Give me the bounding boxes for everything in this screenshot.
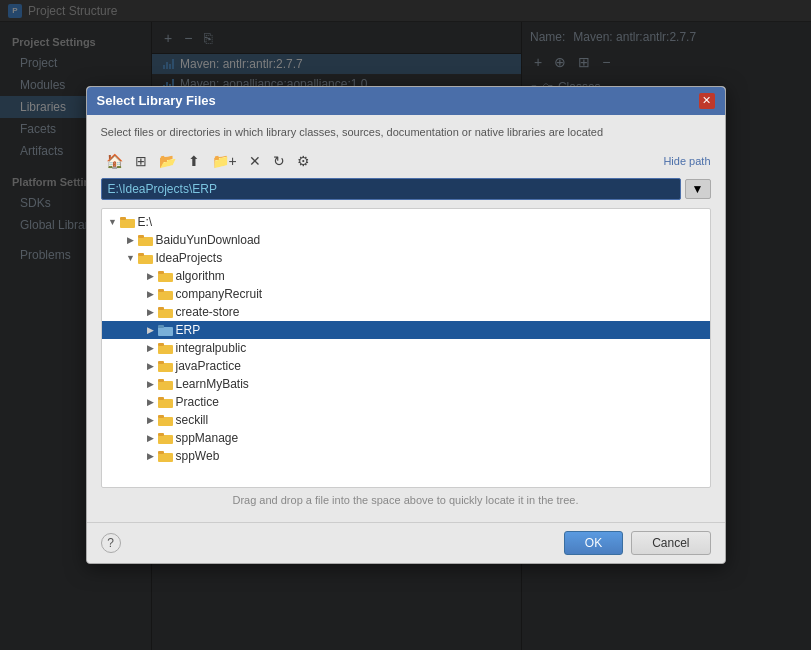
desktop-button[interactable]: ⊞: [130, 150, 152, 172]
home-button[interactable]: 🏠: [101, 150, 128, 172]
integralpublic-arrow: ▶: [144, 343, 158, 353]
footer-buttons: OK Cancel: [564, 531, 711, 555]
javapractice-arrow: ▶: [144, 361, 158, 371]
settings-button[interactable]: ⚙: [292, 150, 315, 172]
sppmanage-label: sppManage: [176, 431, 239, 445]
javapractice-label: javaPractice: [176, 359, 241, 373]
tree-item-algorithm[interactable]: ▶ algorithm: [102, 267, 710, 285]
svg-rect-12: [158, 327, 173, 336]
svg-rect-13: [158, 325, 164, 328]
companyrecruit-label: companyRecruit: [176, 287, 263, 301]
folder-icon-ideaprojects: [138, 252, 154, 265]
tree-item-sppmanage[interactable]: ▶ sppManage: [102, 429, 710, 447]
companyrecruit-arrow: ▶: [144, 289, 158, 299]
svg-rect-4: [138, 255, 153, 264]
integralpublic-label: integralpublic: [176, 341, 247, 355]
path-input[interactable]: [101, 178, 681, 200]
ideaprojects-label: IdeaProjects: [156, 251, 223, 265]
algorithm-arrow: ▶: [144, 271, 158, 281]
folder-icon-sppweb: [158, 450, 174, 463]
svg-rect-14: [158, 345, 173, 354]
file-tree[interactable]: ▼ E:\ ▶ BaiduYunDownload: [101, 208, 711, 488]
svg-rect-2: [138, 237, 153, 246]
cancel-button[interactable]: Cancel: [631, 531, 710, 555]
svg-rect-21: [158, 397, 164, 400]
hide-path-link[interactable]: Hide path: [663, 155, 710, 167]
path-browse-button[interactable]: ▼: [685, 179, 711, 199]
baidu-label: BaiduYunDownload: [156, 233, 261, 247]
svg-rect-11: [158, 307, 164, 310]
svg-rect-26: [158, 453, 173, 462]
folder-icon-sppmanage: [158, 432, 174, 445]
algorithm-label: algorithm: [176, 269, 225, 283]
createstore-arrow: ▶: [144, 307, 158, 317]
folder-icon-createstore: [158, 306, 174, 319]
ideaprojects-arrow: ▼: [124, 253, 138, 263]
open-folder-button[interactable]: 📂: [154, 150, 181, 172]
svg-rect-18: [158, 381, 173, 390]
svg-rect-24: [158, 435, 173, 444]
ok-button[interactable]: OK: [564, 531, 623, 555]
practice-label: Practice: [176, 395, 219, 409]
sppweb-label: sppWeb: [176, 449, 220, 463]
svg-rect-20: [158, 399, 173, 408]
tree-item-seckill[interactable]: ▶ seckill: [102, 411, 710, 429]
tree-item-createstore[interactable]: ▶ create-store: [102, 303, 710, 321]
path-row: ▼: [101, 178, 711, 200]
folder-icon-algorithm: [158, 270, 174, 283]
svg-rect-0: [120, 219, 135, 228]
dialog-close-button[interactable]: ✕: [699, 93, 715, 109]
svg-rect-19: [158, 379, 164, 382]
seckill-arrow: ▶: [144, 415, 158, 425]
root-label: E:\: [138, 215, 153, 229]
modal-overlay: Select Library Files ✕ Select files or d…: [0, 0, 811, 650]
folder-icon-practice: [158, 396, 174, 409]
delete-button[interactable]: ✕: [244, 150, 266, 172]
dialog-titlebar: Select Library Files ✕: [87, 87, 725, 115]
dialog-footer: ? OK Cancel: [87, 522, 725, 563]
root-arrow: ▼: [106, 217, 120, 227]
svg-rect-17: [158, 361, 164, 364]
tree-item-integralpublic[interactable]: ▶ integralpublic: [102, 339, 710, 357]
folder-icon-javapractice: [158, 360, 174, 373]
svg-rect-3: [138, 235, 144, 238]
svg-rect-7: [158, 271, 164, 274]
practice-arrow: ▶: [144, 397, 158, 407]
sppweb-arrow: ▶: [144, 451, 158, 461]
tree-item-javapractice[interactable]: ▶ javaPractice: [102, 357, 710, 375]
seckill-label: seckill: [176, 413, 209, 427]
help-button[interactable]: ?: [101, 533, 121, 553]
up-folder-button[interactable]: ⬆: [183, 150, 205, 172]
svg-rect-25: [158, 433, 164, 436]
folder-icon-baidu: [138, 234, 154, 247]
baidu-arrow: ▶: [124, 235, 138, 245]
svg-rect-15: [158, 343, 164, 346]
svg-rect-1: [120, 217, 126, 220]
sppmanage-arrow: ▶: [144, 433, 158, 443]
tree-item-practice[interactable]: ▶ Practice: [102, 393, 710, 411]
tree-item-root[interactable]: ▼ E:\: [102, 213, 710, 231]
svg-rect-9: [158, 289, 164, 292]
createstore-label: create-store: [176, 305, 240, 319]
erp-arrow: ▶: [144, 325, 158, 335]
tree-item-ideaprojects[interactable]: ▼ IdeaProjects: [102, 249, 710, 267]
tree-item-companyrecruit[interactable]: ▶ companyRecruit: [102, 285, 710, 303]
svg-rect-27: [158, 451, 164, 454]
svg-rect-16: [158, 363, 173, 372]
svg-rect-6: [158, 273, 173, 282]
dialog-toolbar: 🏠 ⊞ 📂 ⬆ 📁+ ✕ ↻ ⚙ Hide path: [101, 150, 711, 172]
tree-item-sppweb[interactable]: ▶ sppWeb: [102, 447, 710, 465]
svg-rect-23: [158, 415, 164, 418]
folder-icon-seckill: [158, 414, 174, 427]
erp-label: ERP: [176, 323, 201, 337]
learnmybatis-arrow: ▶: [144, 379, 158, 389]
folder-icon-integralpublic: [158, 342, 174, 355]
new-folder-button[interactable]: 📁+: [207, 150, 242, 172]
refresh-button[interactable]: ↻: [268, 150, 290, 172]
tree-item-learnmybatis[interactable]: ▶ LearnMyBatis: [102, 375, 710, 393]
tree-item-baidu[interactable]: ▶ BaiduYunDownload: [102, 231, 710, 249]
svg-rect-22: [158, 417, 173, 426]
dialog-title: Select Library Files: [97, 93, 216, 108]
tree-item-erp[interactable]: ▶ ERP: [102, 321, 710, 339]
folder-icon-root: [120, 216, 136, 229]
